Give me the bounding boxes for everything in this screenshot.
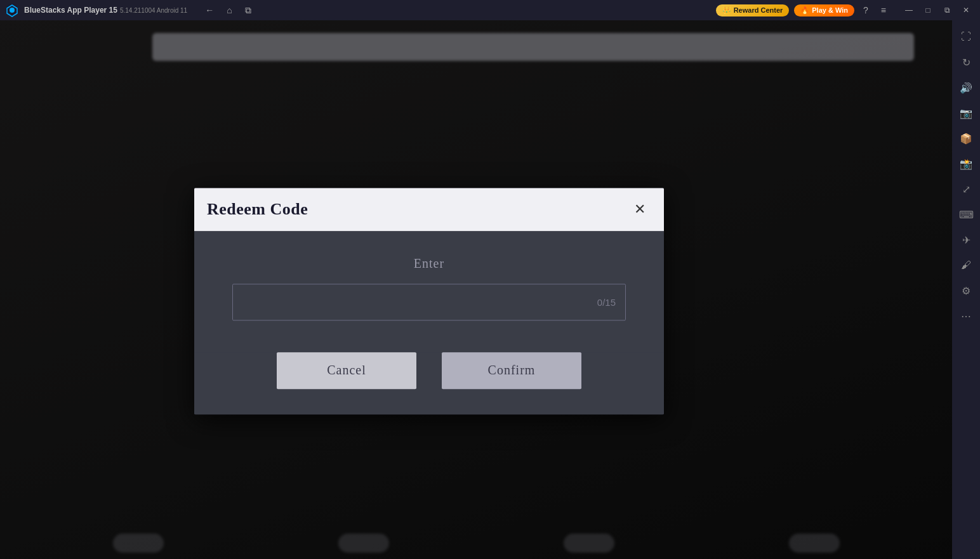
play-win-label: Play & Win: [812, 6, 848, 14]
volume-icon[interactable]: 🔊: [955, 76, 977, 99]
menu-button[interactable]: ≡: [877, 3, 890, 18]
titlebar-right: 👑 Reward Center 🔥 Play & Win ? ≡ — □ ⧉ ✕: [716, 3, 975, 18]
back-button[interactable]: ←: [202, 3, 216, 18]
home-button[interactable]: ⌂: [224, 3, 234, 18]
reward-center-label: Reward Center: [734, 6, 783, 14]
dialog-header: Redeem Code ✕: [194, 188, 664, 231]
more-icon[interactable]: ⋯: [955, 305, 977, 327]
titlebar: BlueStacks App Player 15 5.14.211004 And…: [0, 0, 980, 20]
dialog-footer: Cancel Confirm: [194, 352, 664, 414]
screenshot-icon[interactable]: 📸: [955, 152, 977, 175]
apk-icon[interactable]: 📦: [955, 127, 977, 150]
bluestacks-logo: [5, 3, 19, 17]
main-area: Redeem Code ✕ Enter 0/15 Cancel Confirm: [0, 20, 952, 559]
dialog-container: Redeem Code ✕ Enter 0/15 Cancel Confirm: [194, 188, 664, 414]
code-input[interactable]: [232, 284, 626, 320]
code-input-wrapper: 0/15: [232, 284, 626, 320]
fullscreen-icon[interactable]: ⛶: [955, 25, 977, 48]
settings-icon[interactable]: ⚙: [955, 279, 977, 302]
confirm-button[interactable]: Confirm: [442, 352, 581, 389]
right-sidebar: ⛶ ↻ 🔊 📷 📦 📸 ⤢ ⌨ ✈ 🖌 ⚙ ⋯: [952, 20, 980, 559]
titlebar-nav: ← ⌂ ⧉: [202, 3, 253, 18]
camera-icon[interactable]: 📷: [955, 102, 977, 124]
redeem-code-dialog: Redeem Code ✕ Enter 0/15 Cancel Confirm: [194, 188, 664, 414]
dialog-title: Redeem Code: [207, 200, 308, 219]
svg-point-2: [10, 8, 15, 13]
screen-rotate-icon[interactable]: ↻: [955, 51, 977, 74]
help-button[interactable]: ?: [859, 3, 872, 18]
keyboard-icon[interactable]: ⌨: [955, 203, 977, 226]
dialog-body: Enter 0/15: [194, 231, 664, 352]
restore-button[interactable]: ⧉: [938, 4, 956, 16]
enter-label: Enter: [414, 256, 444, 271]
brush-icon[interactable]: 🖌: [955, 254, 977, 277]
minimize-button[interactable]: —: [900, 4, 918, 16]
copy-button[interactable]: ⧉: [242, 3, 254, 18]
app-name: BlueStacks App Player 15: [24, 6, 117, 15]
crown-icon: 👑: [722, 6, 731, 15]
fire-icon: 🔥: [800, 6, 809, 15]
window-controls: — □ ⧉ ✕: [900, 4, 975, 16]
expand-icon[interactable]: ⤢: [955, 178, 977, 201]
maximize-button[interactable]: □: [919, 4, 937, 16]
cancel-button[interactable]: Cancel: [277, 352, 416, 389]
dialog-close-button[interactable]: ✕: [628, 198, 651, 221]
reward-center-button[interactable]: 👑 Reward Center: [716, 4, 790, 16]
app-version: 5.14.211004 Android 11: [120, 7, 187, 14]
close-button[interactable]: ✕: [957, 4, 975, 16]
code-counter: 0/15: [597, 296, 616, 307]
play-win-button[interactable]: 🔥 Play & Win: [794, 4, 854, 16]
airplane-icon[interactable]: ✈: [955, 228, 977, 251]
